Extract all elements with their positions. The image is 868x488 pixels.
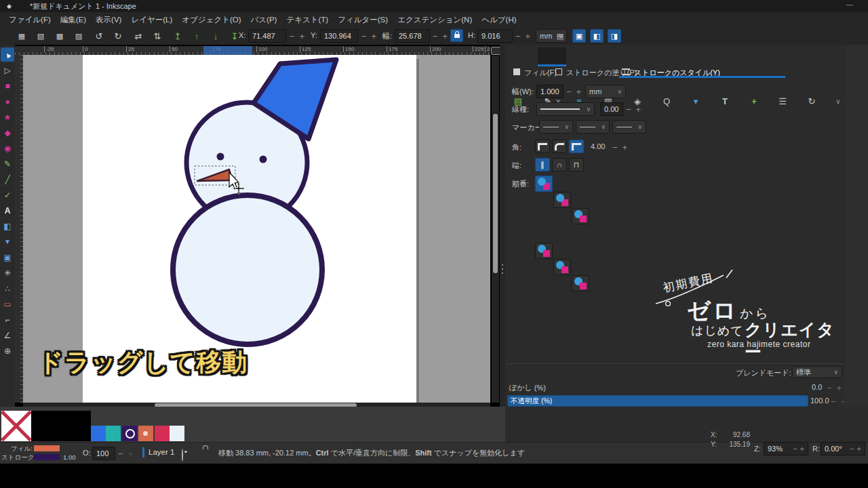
palette-swatch-red[interactable] [155,426,170,441]
raise-to-top-icon[interactable]: ↥ [171,30,184,42]
measure-tool-button[interactable]: ∠ [1,328,14,342]
zoom-field[interactable]: 93% −+ [764,442,808,455]
palette-swatch-blue[interactable] [91,426,106,441]
node-tool-button[interactable]: ▷ [1,63,14,77]
canvas-viewport[interactable]: ドラッグして移動 [23,55,490,403]
connector-tool-button[interactable]: ⌐ [1,312,14,327]
blur-value[interactable]: 0.0 [812,383,822,391]
object-opacity-input[interactable]: 100 [92,447,115,460]
star-tool-button[interactable]: ★ [1,110,14,124]
order-stroke-markers-fill-button[interactable] [535,243,553,259]
palette-swatch-teal[interactable] [106,426,121,441]
menu-text[interactable]: テキスト(T) [281,12,333,27]
blend-mode-dropdown[interactable]: 標準∨ [792,366,842,378]
join-miter-button[interactable] [535,140,550,153]
current-layer-name[interactable]: Layer 1 [149,448,174,456]
palette-swatch-none[interactable] [1,411,31,441]
x-stepper[interactable]: −+ [290,29,304,43]
stroke-width-unit-dropdown[interactable]: mm∨ [585,85,626,98]
stroke-width-stepper[interactable]: −+ [566,85,581,98]
horizontal-ruler[interactable]: -25 0 25 50 75 100 125 150 175 200 225 2… [15,46,490,55]
box3d-tool-button[interactable]: ◆ [1,125,14,140]
palette-swatch-orange[interactable] [138,426,153,441]
rotate-ccw-icon[interactable]: ↺ [92,30,106,42]
menu-path[interactable]: パス(P) [246,12,282,27]
export-tab-icon[interactable]: ☰ [774,94,791,108]
gradient-tool-button[interactable]: ◧ [1,219,14,233]
menu-file[interactable]: ファイル(F) [4,12,56,27]
select-all-icon[interactable]: ▦ [15,30,28,42]
toolbar-separator-icon[interactable]: ▤ [553,30,567,42]
move-patterns-toggle[interactable]: ◧ [590,29,604,43]
snowman-body[interactable] [173,195,322,344]
select-touch-icon[interactable]: ▨ [72,30,85,42]
lock-ratio-button[interactable] [450,29,463,42]
marker-end-dropdown[interactable]: ∨ [612,120,646,134]
y-stepper[interactable]: −+ [361,29,376,43]
cap-square-button[interactable]: ⊓ [569,158,584,171]
menu-layer[interactable]: レイヤー(L) [126,12,177,27]
join-round-button[interactable] [552,140,567,153]
move-clips-toggle[interactable]: ◨ [608,29,621,43]
select-all-layers-icon[interactable]: ▧ [34,30,47,42]
x-input[interactable]: 71.487 [248,29,286,43]
selector-tool-button[interactable]: ▲ [1,47,14,62]
history-tab-icon[interactable]: ↻ [803,94,821,108]
miter-limit-stepper[interactable]: −+ [612,140,627,154]
menu-edit[interactable]: 編集(E) [56,12,91,27]
fill-indicator-swatch[interactable] [34,445,60,451]
layer-visibility-icon[interactable] [182,449,183,462]
rotate-cw-icon[interactable]: ↻ [111,30,125,42]
dropper-tool-button[interactable]: ▼ [1,235,14,249]
palette-swatch-black-1[interactable] [31,411,61,441]
fill-stroke-active-tab[interactable] [538,47,566,66]
pen-tool-button[interactable]: ╱ [1,172,14,186]
menu-filters[interactable]: フィルター(S) [333,12,393,27]
dash-offset-stepper[interactable]: −+ [626,102,641,116]
stroke-width-input[interactable]: 1.000 [536,85,564,98]
miter-limit-value[interactable]: 4.00 [591,142,605,150]
raise-icon[interactable]: ↑ [190,30,203,42]
cap-butt-button[interactable]: ∥ [535,158,550,171]
order-fill-stroke-markers-button[interactable] [535,176,553,192]
object-opacity-stepper[interactable]: −+ [118,447,133,460]
dash-offset-input[interactable]: 0.00 [600,102,623,116]
order-fill-markers-stroke-button[interactable] [553,192,571,208]
vertical-scrollbar[interactable] [492,56,499,403]
rotation-field[interactable]: 0.00° −+ [821,442,865,455]
marker-start-dropdown[interactable]: ∨ [539,120,573,134]
width-stepper[interactable]: −+ [433,29,448,43]
eraser-tool-button[interactable]: ▭ [1,297,14,311]
lower-icon[interactable]: ↓ [209,30,222,42]
height-stepper[interactable]: −+ [515,29,530,43]
palette-swatch-white[interactable] [170,426,184,441]
snowman-right-eye[interactable] [260,156,267,163]
menu-help[interactable]: ヘルプ(H) [477,12,521,27]
flip-vertical-icon[interactable]: ⇅ [151,30,164,42]
dropper-tab-icon[interactable]: ▾ [687,94,705,108]
minimize-button[interactable]: — [846,1,853,8]
stroke-indicator-swatch[interactable] [34,454,60,460]
menu-extensions[interactable]: エクステンション(N) [393,12,477,27]
opacity-slider[interactable]: 不透明度 (%) [507,395,808,407]
tweak-tool-button[interactable]: ✳ [1,266,14,280]
palette-swatch-black-2[interactable] [61,411,91,441]
rectangle-tool-button[interactable]: ■ [1,79,14,93]
y-input[interactable]: 130.964 [320,29,358,43]
spiral-tool-button[interactable]: ◉ [1,141,14,155]
move-gradients-toggle[interactable]: ▣ [572,29,586,43]
text-tool-button[interactable]: A [1,203,14,218]
deselect-icon[interactable]: ▩ [53,30,66,42]
pencil-tool-button[interactable]: ✎ [1,157,14,171]
paint-bucket-tool-button[interactable]: ▣ [1,250,14,264]
order-markers-fill-stroke-button[interactable] [553,259,571,275]
ellipse-tool-button[interactable]: ● [1,94,14,108]
join-bevel-button[interactable] [569,140,584,153]
calligraphy-tool-button[interactable]: ✓ [1,188,14,202]
align-tab-icon[interactable]: + [745,94,763,108]
dash-pattern-dropdown[interactable]: ∨ [536,102,595,116]
opacity-stepper[interactable]: −+ [831,394,846,408]
text-tab-icon[interactable]: T [716,94,734,108]
marker-mid-dropdown[interactable]: ∨ [576,120,610,134]
find-tab-icon[interactable]: Q [658,94,675,108]
